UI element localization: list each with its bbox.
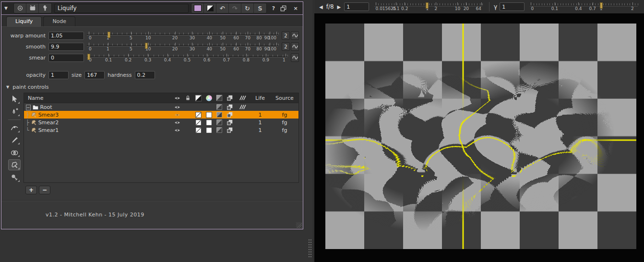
matte-cell[interactable] xyxy=(193,119,203,126)
gamma-slider[interactable]: 00.10.40.712 xyxy=(530,1,638,12)
wrench-button[interactable] xyxy=(39,3,51,13)
warp-amount-label: warp amount xyxy=(1,33,46,39)
slider-handle[interactable] xyxy=(107,32,110,38)
slider-handle[interactable] xyxy=(600,2,602,9)
color-cell[interactable] xyxy=(203,112,214,118)
float-button[interactable] xyxy=(280,5,289,12)
blend-cell[interactable] xyxy=(214,112,225,118)
resize-grip[interactable] xyxy=(296,222,302,228)
close-button[interactable]: × xyxy=(291,5,300,12)
panel-menu-icon[interactable]: ▼ xyxy=(4,6,11,11)
add-layer-button[interactable]: + xyxy=(25,186,37,194)
warp-amount-row: warp amount 015102030405060708090100 2 xyxy=(1,30,299,41)
undo-button[interactable]: ↶ xyxy=(216,3,229,13)
warp-amount-input[interactable] xyxy=(48,32,84,40)
warped-checkerboard-image[interactable] xyxy=(325,24,636,249)
smooth-slider[interactable]: 015102030405060708090100 xyxy=(87,42,278,51)
merge-cell[interactable] xyxy=(225,127,235,133)
table-row-smear2[interactable]: ├ Smear2 1 fg xyxy=(24,119,298,126)
layer-table: Name Life Source − Root xyxy=(24,93,299,183)
select-tool[interactable] xyxy=(8,94,21,105)
gain-input[interactable] xyxy=(344,2,369,11)
visibility-toggle[interactable] xyxy=(172,104,182,110)
hatch-icon[interactable] xyxy=(235,95,250,101)
visibility-toggle[interactable] xyxy=(172,127,182,133)
node-name-input[interactable] xyxy=(54,4,189,13)
visibility-toggle[interactable] xyxy=(172,119,182,126)
blend-cell[interactable] xyxy=(214,127,225,133)
hardness-input[interactable] xyxy=(135,71,155,79)
titlebar-right-buttons: ↶ ↷ ↻ S xyxy=(191,3,267,13)
lock-icon[interactable] xyxy=(182,95,193,101)
paint-controls-disclosure[interactable]: ▼ paint controls xyxy=(6,82,303,92)
add-shape-tool[interactable] xyxy=(8,106,21,117)
tool-flyout-icon xyxy=(18,143,20,144)
tree-branch: ├ xyxy=(26,119,29,126)
blend-cell[interactable] xyxy=(214,119,225,125)
edit-curve-tool[interactable] xyxy=(8,122,21,133)
smooth-curve-button[interactable] xyxy=(291,42,299,51)
remove-layer-button[interactable]: − xyxy=(39,186,50,194)
center-view-button[interactable] xyxy=(14,3,26,13)
titlebar-left-buttons xyxy=(13,3,52,13)
gamma-input[interactable] xyxy=(500,2,525,11)
visibility-toggle[interactable] xyxy=(172,112,182,118)
node-color-button[interactable] xyxy=(191,3,204,13)
tab-liquify[interactable]: Liquify xyxy=(6,16,42,26)
blend-cell[interactable] xyxy=(214,104,225,110)
warp-amount-curve-button[interactable] xyxy=(291,31,299,40)
merge-cell[interactable] xyxy=(225,119,235,125)
expander-icon[interactable]: − xyxy=(26,105,31,110)
color-cell[interactable] xyxy=(203,127,214,133)
brush-tool[interactable] xyxy=(8,135,21,146)
parameter-rows: warp amount 015102030405060708090100 2 s… xyxy=(1,27,303,63)
split-square-icon[interactable] xyxy=(193,95,203,102)
gamma-label[interactable]: γ xyxy=(494,3,497,10)
layers-icon[interactable] xyxy=(225,95,235,101)
warp-amount-slider[interactable]: 015102030405060708090100 xyxy=(87,31,278,40)
monitor-output-button[interactable] xyxy=(26,3,39,13)
clone-tool[interactable] xyxy=(8,147,21,158)
table-row-smear1[interactable]: └ Smear1 1 fg xyxy=(24,126,298,134)
fstop-label[interactable]: f/8 xyxy=(326,3,334,10)
tool-column xyxy=(5,93,24,183)
smear-curve-button[interactable] xyxy=(291,53,299,62)
smooth-input[interactable] xyxy=(48,43,84,51)
eye-icon[interactable] xyxy=(172,95,182,101)
smear-tool[interactable] xyxy=(8,159,21,170)
motionblur-cell[interactable] xyxy=(235,104,250,110)
color-cell[interactable] xyxy=(203,119,214,126)
color-wheel-icon[interactable] xyxy=(203,95,214,102)
pin-tool[interactable] xyxy=(8,172,21,183)
smear-input[interactable] xyxy=(48,54,84,62)
warp-amount-views-button[interactable]: 2 xyxy=(282,31,290,40)
gl-color-button[interactable] xyxy=(204,3,216,13)
half-square-icon[interactable] xyxy=(214,95,225,101)
size-input[interactable] xyxy=(84,71,105,79)
revert-button[interactable]: ↻ xyxy=(241,3,254,13)
matte-cell[interactable] xyxy=(193,127,203,133)
script-button[interactable]: S xyxy=(254,3,266,13)
merge-cell[interactable] xyxy=(225,112,235,118)
column-source: Source xyxy=(271,95,298,101)
help-button[interactable]: ? xyxy=(269,5,278,12)
merge-cell[interactable] xyxy=(225,104,235,110)
smooth-views-button[interactable]: 2 xyxy=(282,42,290,51)
gain-decrement-button[interactable]: ◀ xyxy=(318,4,324,10)
smear-slider[interactable]: 00.10.20.30.40.50.60.70.80.91 xyxy=(87,53,287,62)
tab-node[interactable]: Node xyxy=(43,16,75,26)
slider-handle[interactable] xyxy=(426,2,429,9)
slider-handle[interactable] xyxy=(145,43,147,49)
table-row-smear3[interactable]: ├ Smear3 1 fg xyxy=(24,111,298,119)
version-text: v1.2 - Mitchell Kehn - 15 July 2019 xyxy=(46,212,303,218)
opacity-input[interactable] xyxy=(48,71,69,79)
slider-handle[interactable] xyxy=(88,54,90,60)
viewer-canvas[interactable] xyxy=(314,14,644,262)
redo-button[interactable]: ↷ xyxy=(229,3,241,13)
matte-cell[interactable] xyxy=(193,112,203,118)
pane-splitter[interactable] xyxy=(304,0,314,262)
gain-slider[interactable]: 0.0156250.10.212102064 xyxy=(374,1,482,12)
splitter-handle[interactable] xyxy=(308,239,312,258)
gain-increment-button[interactable]: ▶ xyxy=(336,4,342,10)
table-row-root[interactable]: − Root xyxy=(24,103,298,111)
